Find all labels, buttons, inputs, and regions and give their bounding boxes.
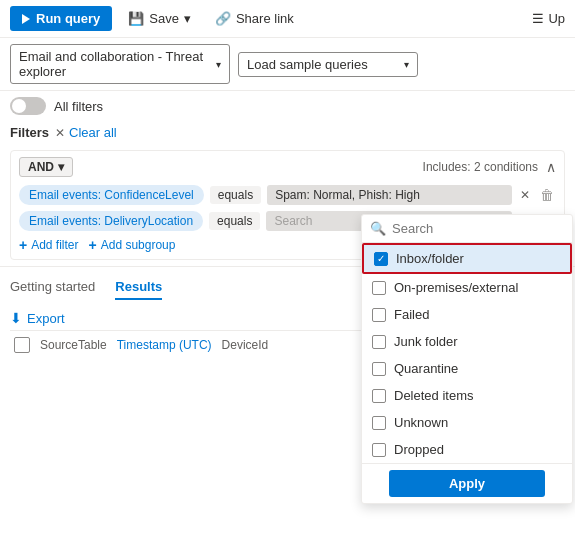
and-label: AND — [28, 160, 54, 174]
apply-button[interactable]: Apply — [389, 470, 544, 497]
field-tag-2[interactable]: Email events: DeliveryLocation — [19, 211, 203, 231]
dropdown-item-label-failed: Failed — [394, 307, 429, 322]
run-query-button[interactable]: Run query — [10, 6, 112, 31]
all-filters-row: All filters — [0, 91, 575, 121]
col-header-timestamp[interactable]: Timestamp (UTC) — [117, 338, 212, 352]
dropdowns-row: Email and collaboration - Threat explore… — [0, 38, 575, 91]
dropdown-item-deleted[interactable]: Deleted items — [362, 382, 572, 409]
add-filter-label: Add filter — [31, 238, 78, 252]
dropdown-search-input[interactable] — [392, 221, 564, 236]
dropdown-item-label-inbox: Inbox/folder — [396, 251, 464, 266]
add-subgroup-label: Add subgroup — [101, 238, 176, 252]
toggle-knob — [12, 99, 26, 113]
dropdown-item-label-onpremises: On-premises/external — [394, 280, 518, 295]
apply-btn-container: Apply — [362, 463, 572, 503]
sample-label: Load sample queries — [247, 57, 368, 72]
dropdown-item-label-deleted: Deleted items — [394, 388, 473, 403]
sample-chevron-icon: ▾ — [404, 59, 409, 70]
dropdown-item-inbox[interactable]: Inbox/folder — [362, 243, 572, 274]
dropdown-item-onpremises[interactable]: On-premises/external — [362, 274, 572, 301]
explorer-label: Email and collaboration - Threat explore… — [19, 49, 208, 79]
explorer-dropdown[interactable]: Email and collaboration - Threat explore… — [10, 44, 230, 84]
dropdown-item-unknown[interactable]: Unknown — [362, 409, 572, 436]
save-chevron-icon: ▾ — [184, 11, 191, 26]
delete-filter-1-button[interactable]: 🗑 — [538, 185, 556, 205]
dropdown-search-box: 🔍 — [362, 215, 572, 243]
dropdown-item-label-dropped: Dropped — [394, 442, 444, 457]
toolbar: Run query 💾 Save ▾ 🔗 Share link ☰ Up — [0, 0, 575, 38]
all-filters-label: All filters — [54, 99, 103, 114]
checkbox-junk[interactable] — [372, 335, 386, 349]
share-link-button[interactable]: 🔗 Share link — [207, 6, 302, 31]
clear-all-label: Clear all — [69, 125, 117, 140]
dropdown-item-label-junk: Junk folder — [394, 334, 458, 349]
filter-row-1: Email events: ConfidenceLevel equals Spa… — [19, 185, 556, 205]
header-checkbox[interactable] — [14, 337, 30, 353]
checkbox-deleted[interactable] — [372, 389, 386, 403]
tab-getting-started[interactable]: Getting started — [10, 275, 95, 300]
save-button[interactable]: 💾 Save ▾ — [120, 6, 199, 31]
dropdown-search-icon: 🔍 — [370, 221, 386, 236]
dropdown-item-label-unknown: Unknown — [394, 415, 448, 430]
and-chevron-icon: ▾ — [58, 160, 64, 174]
dropdown-item-quarantine[interactable]: Quarantine — [362, 355, 572, 382]
includes-label: Includes: 2 conditions — [423, 160, 538, 174]
up-button[interactable]: ☰ Up — [532, 11, 565, 26]
add-filter-icon: + — [19, 237, 27, 253]
field-tag-1[interactable]: Email events: ConfidenceLevel — [19, 185, 204, 205]
dropdown-item-failed[interactable]: Failed — [362, 301, 572, 328]
run-query-label: Run query — [36, 11, 100, 26]
checkbox-failed[interactable] — [372, 308, 386, 322]
share-icon: 🔗 — [215, 11, 231, 26]
export-icon: ⬇ — [10, 310, 22, 326]
add-filter-button[interactable]: + Add filter — [19, 237, 79, 253]
checkbox-quarantine[interactable] — [372, 362, 386, 376]
all-filters-toggle[interactable] — [10, 97, 46, 115]
checkbox-unknown[interactable] — [372, 416, 386, 430]
and-header: AND ▾ Includes: 2 conditions ∧ — [19, 157, 556, 177]
and-badge[interactable]: AND ▾ — [19, 157, 73, 177]
operator-tag-2: equals — [209, 212, 260, 230]
export-label: Export — [27, 311, 65, 326]
add-subgroup-icon: + — [89, 237, 97, 253]
remove-filter-1-button[interactable]: ✕ — [518, 186, 532, 204]
tab-results[interactable]: Results — [115, 275, 162, 300]
dropdown-item-label-quarantine: Quarantine — [394, 361, 458, 376]
dropdown-item-dropped[interactable]: Dropped — [362, 436, 572, 463]
dropdown-item-junk[interactable]: Junk folder — [362, 328, 572, 355]
operator-tag-1: equals — [210, 186, 261, 204]
collapse-icon[interactable]: ∧ — [546, 159, 556, 175]
checkbox-dropped[interactable] — [372, 443, 386, 457]
sample-queries-dropdown[interactable]: Load sample queries ▾ — [238, 52, 418, 77]
clear-all-button[interactable]: ✕ Clear all — [55, 125, 117, 140]
checkbox-inbox[interactable] — [374, 252, 388, 266]
col-header-source: SourceTable — [40, 338, 107, 352]
delivery-location-dropdown: 🔍 Inbox/folder On-premises/external Fail… — [361, 214, 573, 504]
col-header-device: DeviceId — [222, 338, 269, 352]
value-tag-1[interactable]: Spam: Normal, Phish: High — [267, 185, 512, 205]
filters-label: Filters — [10, 125, 49, 140]
x-icon: ✕ — [55, 126, 65, 140]
play-icon — [22, 14, 30, 24]
list-icon: ☰ — [532, 11, 544, 26]
checkbox-onpremises[interactable] — [372, 281, 386, 295]
save-icon: 💾 — [128, 11, 144, 26]
explorer-chevron-icon: ▾ — [216, 59, 221, 70]
add-subgroup-button[interactable]: + Add subgroup — [89, 237, 176, 253]
filters-label-row: Filters ✕ Clear all — [0, 121, 575, 144]
